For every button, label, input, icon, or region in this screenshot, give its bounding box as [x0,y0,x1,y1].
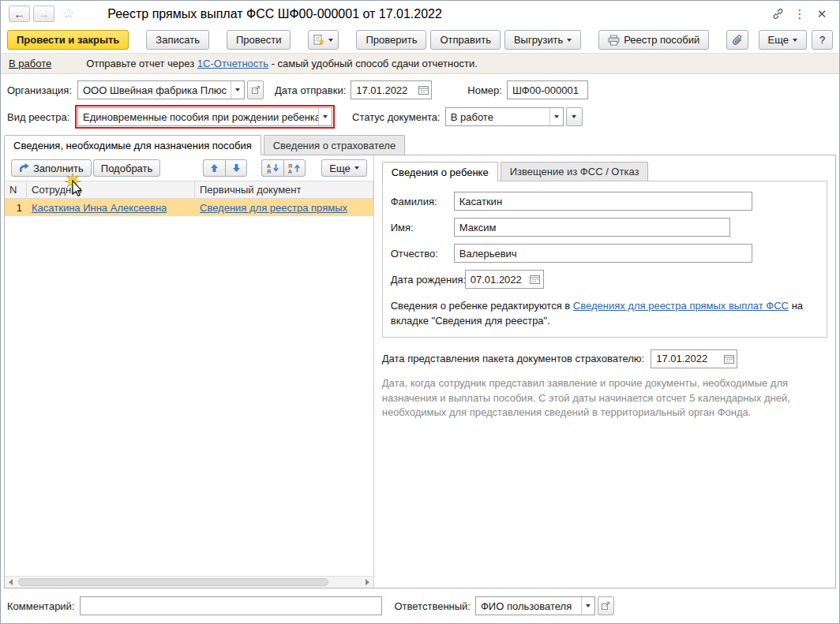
registry-kind-combo[interactable]: Единовременные пособия при рождении ребе… [77,107,332,126]
svg-text:А: А [288,169,292,174]
package-date-label: Дата представления пакета документов стр… [382,353,644,364]
main-content: Заполнить Подобрать АЯ ЯА Еще N Сотрудни… [4,155,836,589]
tab-fss-notice[interactable]: Извещение из ФСС / Отказ [501,162,649,181]
doc-status-list-button[interactable] [566,107,583,126]
doc-status-value: В работе [451,111,549,123]
comment-input[interactable] [80,596,382,615]
check-label: Проверить [366,34,417,46]
responsible-dropdown-icon[interactable] [581,597,594,615]
pick-label: Подобрать [101,163,152,174]
favorite-star-icon[interactable]: ☆ [62,6,74,22]
birthdate-label: Дата рождения: [391,274,465,286]
help-button[interactable]: ? [812,30,833,50]
toolbar: Провести и закрыть Записать Провести Про… [1,27,839,53]
dropdown-arrow-icon [354,166,359,170]
toolbar-more-label: Еще [768,34,789,46]
registry-kind-dropdown-icon[interactable] [318,108,332,125]
organization-combo[interactable]: ООО Швейная фабрика Плюс [77,80,245,99]
check-button[interactable]: Проверить [356,30,426,50]
row-number-cell: 1 [5,199,27,216]
infobar-text-before: Отправьте отчет через [86,58,194,69]
pick-button[interactable]: Подобрать [93,159,160,177]
responsible-combo[interactable]: ФИО пользователя [475,596,595,615]
get-link-icon[interactable] [768,6,787,23]
footer: Комментарий: Ответственный: ФИО пользова… [1,589,839,623]
send-button[interactable]: Отправить [430,30,500,50]
send-date-calendar-icon[interactable] [415,81,431,99]
scrollbar-thumb[interactable] [18,578,328,586]
col-header-n[interactable]: N [5,181,27,198]
doc-status-combo[interactable]: В работе [445,107,564,126]
firstname-field[interactable]: Максим [454,218,730,237]
document-state-link[interactable]: В работе [9,58,51,69]
arrow-down-icon [232,163,241,173]
package-date-field[interactable]: 17.01.2022 [651,349,737,368]
forward-button[interactable]: → [33,6,54,22]
col-header-document[interactable]: Первичный документ [195,181,373,198]
package-date-calendar-icon[interactable] [721,350,737,368]
scroll-left-icon[interactable] [5,577,17,588]
employee-link[interactable]: Касаткина Инна Алексеевна [32,202,167,214]
sort-asc-icon: АЯ [267,163,279,174]
organization-label: Организация: [7,84,77,96]
number-field[interactable]: ШФ00-000001 [507,80,588,99]
firstname-value: Максим [459,222,729,234]
close-icon[interactable]: ✕ [812,6,831,23]
reporting-service-link[interactable]: 1С-Отчетность [197,58,268,69]
main-tabs: Сведения, необходимые для назначения пос… [1,134,839,155]
table-more-button[interactable]: Еще [321,159,366,177]
responsible-value: ФИО пользователя [481,600,581,612]
scroll-right-icon[interactable] [362,577,373,588]
move-up-button[interactable] [203,159,225,177]
benefits-registry-button[interactable]: Реестр пособий [598,30,709,50]
sort-desc-icon: ЯА [288,163,301,174]
source-document-link[interactable]: Сведения для реестра прямых [200,202,347,214]
tab-insurer-info[interactable]: Сведения о страхователе [264,135,405,155]
details-tabs: Сведения о ребенке Извещение из ФСС / От… [382,162,827,181]
kebab-menu-icon[interactable]: ⋮ [790,6,809,23]
lastname-value: Касаткин [459,196,752,207]
middlename-field[interactable]: Валерьевич [454,244,752,263]
back-button[interactable]: ← [9,6,30,22]
horizontal-scrollbar[interactable] [5,576,373,588]
tab-child-info[interactable]: Сведения о ребенке [382,162,498,181]
col-header-employee[interactable]: Сотрудник [27,181,195,198]
birthdate-field[interactable]: 07.01.2022 [465,270,544,289]
attachments-button[interactable] [726,30,748,50]
child-edit-note: Сведения о ребенке редактируются в Сведе… [391,299,819,329]
open-icon [601,601,610,611]
fill-button[interactable]: Заполнить [11,159,92,177]
table-row[interactable]: 1 Касаткина Инна Алексеевна Сведения для… [5,199,373,216]
open-icon [251,85,261,95]
toolbar-more-button[interactable]: Еще [759,30,807,50]
save-button[interactable]: Записать [146,30,209,50]
number-label: Номер: [467,84,502,96]
sort-desc-button[interactable]: ЯА [283,159,306,177]
post-and-close-button[interactable]: Провести и закрыть [7,30,129,50]
table-more-label: Еще [329,163,350,174]
organization-dropdown-icon[interactable] [231,81,244,99]
responsible-label: Ответственный: [395,600,471,612]
send-date-field[interactable]: 17.01.2022 [351,80,432,99]
create-based-on-button[interactable] [308,30,339,50]
move-down-button[interactable] [225,159,247,177]
responsible-open-button[interactable] [598,596,614,615]
birthdate-value: 07.01.2022 [471,274,527,286]
scrollbar-track[interactable] [17,577,362,588]
titlebar: ← → ☆ Реестр прямых выплат ФСС ШФ00-0000… [1,1,839,27]
table-command-bar: Заполнить Подобрать АЯ ЯА Еще [5,155,373,181]
details-panel: Сведения о ребенке Извещение из ФСС / От… [374,155,835,588]
registry-info-link[interactable]: Сведениях для реестра прямых выплат ФСС [573,300,789,312]
child-info-groupbox: Фамилия: Касаткин Имя: Максим Отчество: … [382,181,827,338]
svg-text:Я: Я [267,169,271,174]
doc-status-dropdown-icon[interactable] [549,108,563,125]
infobar-text-after: - самый удобный способ сдачи отчетности. [272,58,478,69]
birthdate-calendar-icon[interactable] [527,271,543,288]
organization-open-button[interactable] [247,80,264,99]
arrow-up-icon [210,163,219,173]
export-button[interactable]: Выгрузить [504,30,581,50]
post-button[interactable]: Провести [227,30,291,50]
tab-benefit-info[interactable]: Сведения, необходимые для назначения пос… [4,135,261,155]
lastname-field[interactable]: Касаткин [454,192,752,211]
sort-asc-button[interactable]: АЯ [261,159,283,177]
